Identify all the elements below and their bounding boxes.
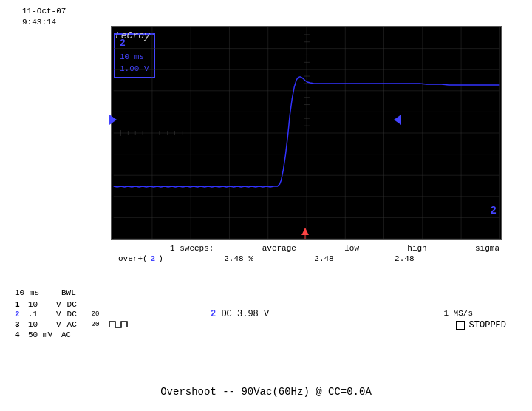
trigger-arrow-left [109, 115, 117, 125]
trigger-arrow-right [394, 115, 401, 125]
time-per-div: 10 ms [15, 288, 39, 297]
ch4-volt: 50 mV [28, 330, 52, 339]
ch3-coupling: AC [67, 320, 86, 329]
ch2-coupling: DC [67, 310, 86, 319]
pulse-symbol [108, 319, 130, 330]
ch2-num: 2 [15, 310, 22, 319]
date-label: 11-Oct-07 [22, 6, 66, 17]
ch2-dc-value: DC 3.98 V [221, 309, 269, 319]
stats-sweeps-label: 1 sweeps: [170, 244, 214, 253]
main-container: 11-Oct-07 9:43:14 LeCroy 2 10 ms 1.00 V [0, 0, 532, 411]
scope-waveform-svg [112, 27, 501, 239]
stats-high-val: 2.48 [395, 254, 414, 263]
stopped-box-icon [456, 321, 465, 330]
ch3-unit: V [56, 320, 61, 329]
stats-high-label: high [407, 244, 426, 253]
ch4-num: 4 [15, 330, 22, 339]
chart-title: Overshoot -- 90Vac(60Hz) @ CC=0.0A [0, 386, 532, 398]
ch2-unit: V [56, 310, 61, 319]
ch3-num: 3 [15, 320, 22, 329]
stats-row-label-prefix: over+( [118, 254, 148, 263]
ch3-bw: 20 [92, 321, 100, 328]
ch1-unit: V [56, 300, 61, 309]
stats-ch-num: 2 [151, 254, 156, 263]
ch2-dc-label: 2 [211, 309, 216, 319]
stats-sigma-label: sigma [475, 244, 499, 253]
ch1-volt: 10 [28, 300, 50, 309]
stats-low-val: 2.48 [314, 254, 333, 263]
stopped-status: STOPPED [456, 320, 506, 330]
svg-marker-39 [301, 228, 309, 235]
bottom-row1: 10 ms BWL [15, 288, 532, 297]
ch3-row: 3 10 V AC 20 [15, 319, 532, 330]
stopped-label: STOPPED [469, 320, 506, 330]
stats-average-label: average [262, 244, 296, 253]
ch1-num: 1 [15, 300, 22, 309]
lecroy-brand: LeCroy [115, 30, 150, 41]
stats-average-val: 2.48 % [224, 254, 253, 263]
stats-row-label-suffix: ) [158, 254, 163, 263]
stats-low-label: low [344, 244, 359, 253]
bwl-label: BWL [61, 288, 76, 297]
ch1-coupling: DC [67, 300, 86, 309]
sample-rate: 1 MS/s [443, 309, 473, 318]
scope-screen: LeCroy 2 10 ms 1.00 V [111, 26, 502, 240]
ch4-coupling: AC [61, 330, 80, 339]
ch3-volt: 10 [28, 320, 50, 329]
time-label: 9:43:14 [22, 17, 66, 28]
ch4-row: 4 50 mV AC [15, 330, 532, 339]
channel-rows: 1 10 V DC 2 .1 V DC 20 3 10 V AC 20 [15, 300, 532, 339]
timestamp: 11-Oct-07 9:43:14 [22, 6, 66, 29]
stats-sigma-val: - - - [475, 254, 499, 263]
ch2-volt: .1 [28, 310, 50, 319]
ch2-dc-info: 2 DC 3.98 V [211, 309, 269, 319]
stats-section: 1 sweeps: average low high sigma over+(2… [111, 244, 502, 263]
ch1-row: 1 10 V DC [15, 300, 532, 309]
ch2-label-right: 2 [491, 205, 497, 217]
ch2-bw: 20 [92, 310, 100, 318]
